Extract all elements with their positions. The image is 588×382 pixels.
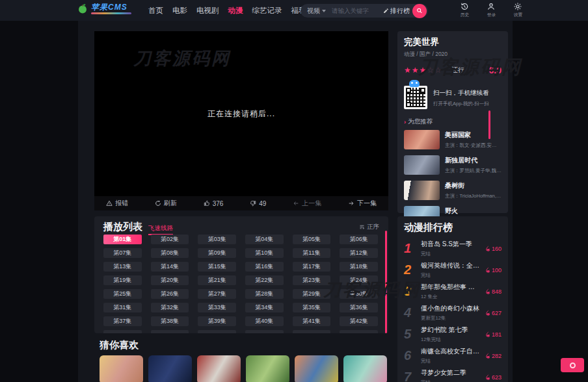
playlist-title: 播放列表 [103, 221, 142, 233]
episode-button[interactable]: 第13集 [103, 262, 142, 272]
star-rating[interactable]: ★★★☆☆ [404, 66, 442, 75]
episode-button[interactable]: 第19集 [103, 275, 142, 285]
recommend-item[interactable]: 美丽国家主演：凯文·史派西,安妮特… [404, 130, 501, 149]
episode-button[interactable]: 第41集 [293, 316, 331, 326]
episode-button[interactable]: 第36集 [340, 303, 378, 312]
episode-button[interactable]: 第27集 [198, 289, 236, 299]
episode-button[interactable]: 第32集 [151, 303, 189, 312]
sort-order-label: 正序 [367, 223, 379, 231]
report-error-button[interactable]: 报错 [106, 199, 128, 208]
episode-button[interactable]: 第25集 [103, 289, 142, 299]
episode-button[interactable]: 第06集 [340, 235, 378, 244]
settings-button[interactable]: 设置 [509, 2, 527, 18]
flame-icon [486, 374, 490, 380]
episode-button[interactable]: 第33集 [198, 303, 236, 312]
episode-button[interactable]: 第30集 [340, 289, 378, 299]
playlist-scrollbar[interactable] [385, 231, 387, 333]
episode-button[interactable]: 第10集 [245, 248, 284, 258]
search-input[interactable] [330, 6, 383, 15]
prev-episode-button[interactable]: 上一集 [293, 199, 321, 208]
recommend-thumbnail [404, 181, 440, 200]
sort-order-button[interactable]: 正序 [359, 223, 379, 231]
dislike-button[interactable]: 49 [250, 200, 266, 207]
episode-button[interactable]: 第37集 [103, 316, 142, 326]
refresh-button[interactable]: 刷新 [155, 199, 177, 208]
ranking-heat: 848 [486, 288, 501, 295]
episode-button[interactable]: 第31集 [103, 303, 142, 312]
episode-button[interactable]: 第38集 [151, 316, 189, 326]
video-area[interactable]: 正在连接请稍后... [94, 31, 388, 196]
episode-button[interactable]: 第29集 [293, 289, 331, 299]
episode-button[interactable]: 第03集 [198, 235, 236, 244]
episode-button[interactable]: 第35集 [293, 303, 331, 312]
episode-button[interactable]: 第07集 [103, 248, 142, 258]
qr-texts: 扫一扫，手机继续看 打开手机App-我的-扫一扫 [433, 86, 489, 109]
ranking-item[interactable]: 5梦幻书院 第七季12集完结181 [404, 324, 501, 345]
rating-row: ★★★☆☆ 还行 6.0 [404, 65, 501, 75]
flame-icon [486, 267, 490, 273]
guess-thumbnail[interactable] [246, 355, 289, 382]
guess-thumbnail[interactable] [148, 355, 192, 382]
episode-button[interactable]: 第05集 [293, 235, 331, 244]
nav-item-首页[interactable]: 首页 [148, 6, 163, 16]
episode-button[interactable]: 第12集 [340, 248, 378, 258]
recommend-item[interactable]: 桑树街主演：TriciaJoHoffman,Ba… [404, 181, 501, 200]
nav-item-动漫[interactable]: 动漫 [228, 6, 243, 16]
nav-item-电视剧[interactable]: 电视剧 [196, 6, 219, 16]
like-button[interactable]: 376 [204, 200, 224, 207]
star-icon: ★ [420, 66, 427, 75]
ranking-number: 6 [404, 348, 421, 363]
history-button[interactable]: 历史 [455, 2, 474, 18]
episode-button[interactable]: 第01集 [103, 235, 142, 244]
nav-item-综艺记录[interactable]: 综艺记录 [252, 6, 282, 16]
login-button[interactable]: 登录 [482, 2, 500, 18]
episode-button[interactable]: 第39集 [198, 316, 236, 326]
episode-button[interactable]: 第22集 [245, 275, 284, 285]
qr-block: 扫一扫，手机继续看 打开手机App-我的-扫一扫 [404, 86, 501, 109]
recommend-thumbnail [404, 130, 440, 149]
video-player[interactable]: 正在连接请稍后... 报错 刷新 376 [94, 31, 388, 210]
search-rank-link[interactable]: 排行榜 [383, 6, 410, 16]
playlist-line-tab[interactable]: 飞速线路 [148, 224, 173, 235]
episode-button[interactable]: 第11集 [293, 248, 331, 258]
ranking-item[interactable]: 7寻梦少女第二季完结623 [404, 366, 501, 382]
search-button[interactable] [412, 4, 427, 18]
episode-button[interactable]: 第21集 [198, 275, 236, 285]
episode-button[interactable]: 第17集 [293, 262, 331, 272]
episode-button[interactable]: 第26集 [151, 289, 189, 299]
episode-button[interactable]: 第14集 [151, 262, 189, 272]
ranking-item[interactable]: 1初音岛 S.S第一季完结160 [404, 238, 501, 259]
site-logo[interactable]: 苹果CMS [77, 3, 131, 14]
episode-button[interactable]: 第08集 [151, 248, 189, 258]
nav-item-电影[interactable]: 电影 [172, 6, 187, 16]
ranking-item[interactable]: 4僵小鱼的奇幻小森林更新至12集627 [404, 302, 501, 324]
episode-button[interactable]: 第04集 [245, 235, 284, 244]
episode-button[interactable]: 第42集 [340, 316, 378, 326]
guess-thumbnail[interactable] [343, 355, 387, 382]
guess-thumbnail[interactable] [295, 355, 338, 382]
ranking-panel: 动漫排行榜 1初音岛 S.S第一季完结1602银河英雄传说：全新…完结1003那… [397, 216, 508, 382]
ranking-item[interactable]: 3那年那兔那些事 第二…12 集全848 [404, 281, 501, 302]
episode-button[interactable]: 第40集 [245, 316, 284, 326]
chevron-down-icon [322, 10, 326, 12]
episode-button[interactable]: 第18集 [340, 262, 378, 272]
guess-thumbnail[interactable] [100, 355, 143, 382]
search-category-select[interactable]: 视频 [307, 6, 326, 16]
episode-button[interactable]: 第34集 [245, 303, 284, 312]
guess-thumbnail[interactable] [197, 355, 241, 382]
episode-button[interactable]: 第09集 [198, 248, 236, 258]
episode-button[interactable]: 第02集 [151, 235, 189, 244]
episode-button[interactable]: 第20集 [151, 275, 189, 285]
ranking-meta: 银河英雄传说：全新…完结 [421, 261, 486, 279]
episode-button[interactable]: 第16集 [245, 262, 284, 272]
ranking-item[interactable]: 6南镰仓高校女子自行…完结282 [404, 345, 501, 366]
episode-button[interactable]: 第23集 [293, 275, 331, 285]
recommend-scrollbar[interactable] [488, 110, 490, 139]
next-episode-button[interactable]: 下一集 [348, 199, 377, 208]
floating-action-button[interactable] [561, 358, 584, 372]
episode-button[interactable]: 第28集 [245, 289, 284, 299]
recommend-item[interactable]: 新独居时代主演：罗慧娟,黄子华,魏骏… [404, 155, 501, 175]
episode-button[interactable]: 第15集 [198, 262, 236, 272]
ranking-item[interactable]: 2银河英雄传说：全新…完结100 [404, 259, 501, 281]
episode-button[interactable]: 第24集 [340, 275, 378, 285]
